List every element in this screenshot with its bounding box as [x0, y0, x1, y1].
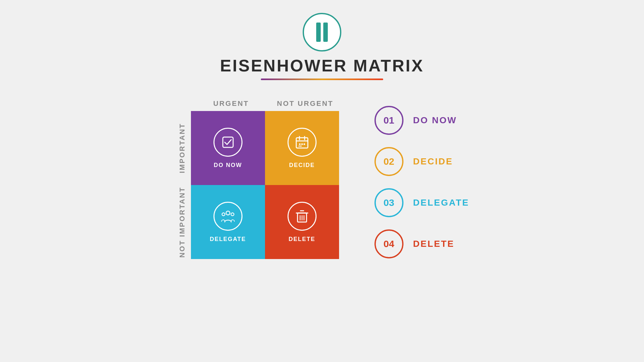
- people-icon: [220, 209, 236, 224]
- svg-rect-1: [296, 138, 308, 148]
- svg-point-9: [226, 211, 230, 215]
- delegate-label: DELEGATE: [210, 236, 246, 243]
- quadrant-delegate: DELEGATE: [191, 185, 265, 259]
- matrix-area: URGENT NOT URGENT IMPORTANT NOT IMPORTAN…: [175, 99, 342, 259]
- legend-circle-1: 01: [374, 106, 403, 135]
- matrix-with-side: IMPORTANT NOT IMPORTANT DO NOW: [178, 111, 339, 259]
- side-label-not-important: NOT IMPORTANT: [178, 185, 191, 259]
- legend-item-3: 03 DELEGATE: [374, 188, 469, 217]
- delete-icon-circle: [288, 202, 317, 231]
- do-now-label: DO NOW: [214, 162, 242, 169]
- quadrant-decide: DECIDE: [265, 111, 339, 185]
- side-label-important: IMPORTANT: [178, 111, 191, 185]
- delegate-icon-circle: [213, 202, 242, 231]
- trash-icon: [294, 209, 310, 224]
- calendar-icon: [294, 135, 310, 150]
- matrix-grid: DO NOW: [191, 111, 339, 259]
- legend-item-2: 02 DECIDE: [374, 147, 469, 176]
- legend-number-1: 01: [384, 115, 394, 126]
- legend-number-3: 03: [384, 197, 394, 208]
- decide-label: DECIDE: [289, 162, 315, 169]
- legend-label-1: DO NOW: [413, 115, 457, 125]
- legend-label-3: DELEGATE: [413, 198, 469, 208]
- axis-labels-top: URGENT NOT URGENT: [194, 99, 342, 108]
- legend-number-4: 04: [384, 238, 394, 249]
- svg-point-6: [301, 143, 303, 145]
- title-underline: [261, 79, 383, 80]
- axis-label-not-urgent: NOT URGENT: [268, 99, 342, 108]
- svg-point-5: [299, 143, 300, 145]
- legend-circle-2: 02: [374, 147, 403, 176]
- legend-circle-4: 04: [374, 229, 403, 258]
- legend-item-4: 04 DELETE: [374, 229, 469, 258]
- page-title: EISENHOWER MATRIX: [220, 56, 424, 75]
- legend-label-2: DECIDE: [413, 156, 453, 167]
- decide-icon-circle: [288, 128, 317, 157]
- legend-item-1: 01 DO NOW: [374, 106, 469, 135]
- logo: [303, 13, 341, 51]
- legend: 01 DO NOW 02 DECIDE 03 DELEGATE 04 DELET…: [374, 106, 469, 258]
- svg-point-11: [231, 213, 234, 216]
- legend-label-4: DELETE: [413, 239, 454, 249]
- side-labels: IMPORTANT NOT IMPORTANT: [178, 111, 191, 259]
- delete-label: DELETE: [289, 236, 315, 243]
- svg-point-10: [222, 213, 225, 216]
- legend-number-2: 02: [384, 156, 394, 167]
- quadrant-delete: DELETE: [265, 185, 339, 259]
- quadrant-do-now: DO NOW: [191, 111, 265, 185]
- main-content: URGENT NOT URGENT IMPORTANT NOT IMPORTAN…: [175, 99, 469, 259]
- axis-label-urgent: URGENT: [194, 99, 268, 108]
- header: EISENHOWER MATRIX: [220, 13, 424, 80]
- checkbox-icon: [220, 135, 236, 150]
- do-now-icon-circle: [213, 128, 242, 157]
- svg-point-7: [303, 143, 305, 145]
- legend-circle-3: 03: [374, 188, 403, 217]
